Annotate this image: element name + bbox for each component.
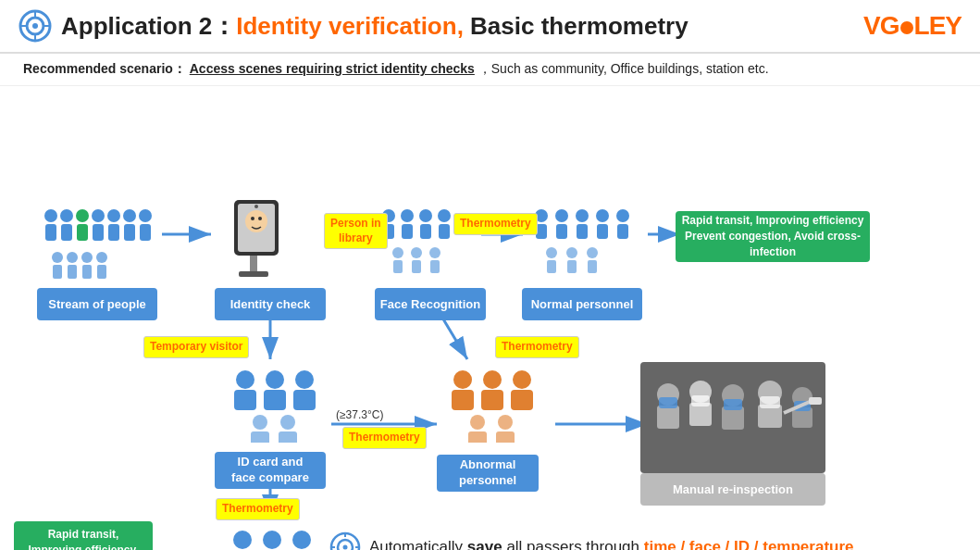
svg-rect-92 — [481, 390, 503, 410]
scenario-line: Recommended scenario： Access scenes requ… — [0, 54, 980, 86]
svg-rect-30 — [124, 224, 135, 241]
svg-rect-94 — [511, 390, 533, 410]
svg-point-59 — [411, 247, 422, 258]
svg-point-75 — [566, 247, 577, 258]
normal-top-people-icon — [523, 193, 634, 276]
temp-visitor-label: Temporary visitor — [143, 336, 249, 358]
header: Application 2：Identity verification, Bas… — [0, 0, 980, 54]
svg-point-39 — [96, 252, 107, 263]
svg-rect-88 — [279, 431, 297, 443]
thermometry-bottom-label: Thermometry — [342, 427, 427, 449]
svg-point-21 — [60, 209, 73, 222]
svg-rect-70 — [597, 224, 608, 239]
svg-point-81 — [266, 370, 284, 389]
svg-point-35 — [67, 252, 78, 263]
svg-point-91 — [483, 370, 502, 389]
thermometry-top2-label: Thermometry — [495, 336, 579, 358]
save-word: save — [467, 538, 502, 550]
svg-point-67 — [576, 209, 589, 222]
svg-point-55 — [438, 209, 451, 222]
svg-rect-80 — [234, 390, 256, 410]
abnormal-box: Abnormal personnel — [437, 455, 539, 492]
temp-threshold1: (≥37.3°C) — [336, 408, 383, 421]
svg-rect-56 — [439, 224, 450, 239]
svg-rect-116 — [809, 397, 822, 405]
svg-rect-68 — [577, 224, 588, 239]
svg-point-93 — [513, 370, 531, 389]
svg-rect-98 — [496, 431, 515, 443]
svg-rect-58 — [393, 260, 403, 273]
bottom-auto-text: Automatically save all passers through t… — [369, 538, 854, 550]
rapid-bottom-box: Rapid transit, Improving efficiency, Pre… — [14, 521, 153, 550]
svg-rect-32 — [140, 224, 151, 241]
svg-point-61 — [429, 247, 440, 258]
abnormal-people-icon — [435, 359, 546, 443]
svg-rect-108 — [724, 399, 742, 410]
svg-point-29 — [123, 209, 136, 222]
svg-rect-22 — [61, 224, 72, 241]
manual-photo — [640, 362, 825, 473]
rapid-top-box: Rapid transit, Improving efficiency Prev… — [676, 211, 870, 262]
svg-point-47 — [258, 217, 262, 220]
svg-rect-64 — [536, 224, 547, 239]
svg-point-73 — [546, 247, 557, 258]
svg-rect-38 — [82, 265, 92, 279]
identity-check-box: Identity check — [215, 288, 326, 320]
id-card-box: ID card and face compare — [215, 452, 326, 489]
svg-rect-42 — [239, 271, 268, 277]
svg-rect-66 — [556, 224, 567, 239]
svg-point-46 — [251, 217, 254, 220]
svg-point-51 — [401, 209, 414, 222]
highlight-text: time / face / ID / temperature — [644, 538, 854, 550]
bottom-message: Automatically save all passers through t… — [329, 531, 854, 550]
svg-point-77 — [587, 247, 598, 258]
company-logo: VGLEY — [863, 11, 961, 41]
target-small-icon — [329, 531, 362, 550]
svg-point-119 — [263, 531, 281, 549]
svg-rect-78 — [588, 260, 597, 273]
stream-people-icon — [37, 188, 157, 281]
svg-rect-28 — [108, 224, 119, 241]
svg-point-25 — [92, 209, 105, 222]
svg-rect-82 — [264, 390, 286, 410]
svg-point-2 — [32, 23, 38, 29]
svg-point-57 — [392, 247, 403, 258]
svg-point-95 — [470, 415, 485, 430]
manual-box: Manual re-inspection — [640, 473, 825, 506]
svg-rect-26 — [93, 224, 104, 241]
svg-point-33 — [52, 252, 63, 263]
svg-point-117 — [233, 531, 252, 549]
svg-rect-96 — [468, 431, 487, 443]
svg-rect-54 — [420, 224, 431, 239]
svg-rect-86 — [251, 431, 269, 443]
svg-rect-76 — [567, 260, 577, 273]
svg-rect-101 — [657, 406, 679, 429]
svg-rect-72 — [617, 224, 628, 239]
svg-point-71 — [616, 209, 629, 222]
svg-point-31 — [139, 209, 152, 222]
svg-point-48 — [254, 205, 258, 208]
svg-rect-52 — [402, 224, 413, 239]
svg-point-121 — [292, 531, 311, 549]
svg-rect-111 — [760, 396, 780, 408]
svg-rect-34 — [53, 265, 62, 279]
svg-point-23 — [76, 209, 89, 222]
normal-top-box: Normal personnel — [522, 288, 642, 320]
svg-rect-40 — [97, 265, 106, 279]
svg-point-27 — [107, 209, 120, 222]
svg-rect-20 — [45, 224, 56, 241]
svg-point-127 — [343, 545, 348, 550]
stream-box: Stream of people — [37, 288, 157, 320]
page-title: Application 2：Identity verification, Bas… — [61, 10, 688, 43]
svg-rect-84 — [293, 390, 316, 410]
svg-point-69 — [596, 209, 609, 222]
svg-point-53 — [419, 209, 432, 222]
person-in-library-label: Person in library — [324, 213, 388, 249]
svg-rect-105 — [691, 395, 710, 406]
svg-point-79 — [236, 370, 254, 389]
svg-rect-36 — [68, 265, 77, 279]
id-thermometry-label: Thermometry — [216, 498, 300, 520]
svg-point-85 — [253, 415, 267, 430]
svg-rect-62 — [430, 260, 440, 273]
svg-point-97 — [498, 415, 513, 430]
